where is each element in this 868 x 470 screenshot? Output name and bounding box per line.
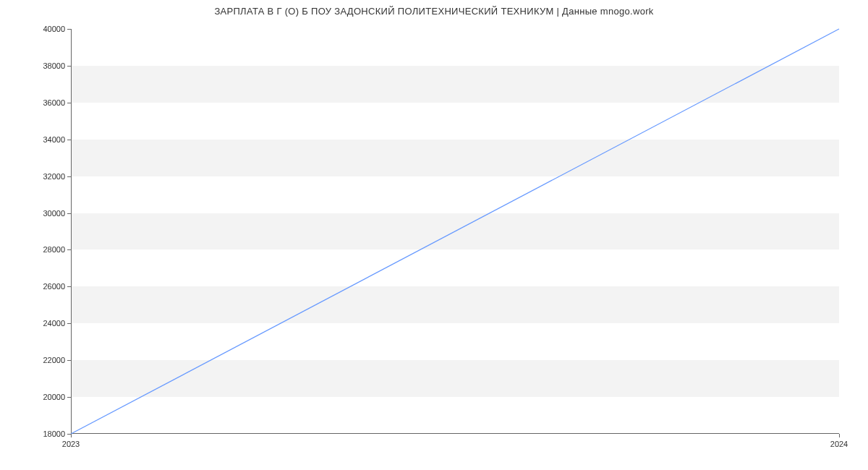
x-tick-mark <box>71 434 72 437</box>
plot-area: 1800020000220002400026000280003000032000… <box>71 29 839 434</box>
y-tick-mark <box>67 29 71 30</box>
y-tick-label: 20000 <box>43 393 65 401</box>
x-tick-label: 2024 <box>830 440 848 448</box>
y-tick-mark <box>67 103 71 103</box>
y-tick-mark <box>67 323 71 324</box>
y-tick-mark <box>67 176 71 177</box>
y-tick-label: 34000 <box>43 135 65 144</box>
y-tick-label: 30000 <box>43 209 65 218</box>
y-tick-mark <box>67 397 71 398</box>
y-tick-mark <box>67 66 71 67</box>
chart-title: ЗАРПЛАТА В Г (О) Б ПОУ ЗАДОНСКИЙ ПОЛИТЕХ… <box>0 0 868 17</box>
y-tick-label: 18000 <box>43 430 65 438</box>
y-tick-mark <box>67 360 71 361</box>
y-tick-mark <box>67 286 71 287</box>
y-tick-label: 26000 <box>43 282 65 291</box>
y-tick-label: 22000 <box>43 356 65 364</box>
y-tick-label: 24000 <box>43 319 65 328</box>
x-tick-mark <box>839 434 840 437</box>
y-tick-label: 40000 <box>43 25 65 33</box>
x-tick-label: 2023 <box>62 440 80 448</box>
y-tick-mark <box>67 213 71 214</box>
chart-line <box>71 29 839 434</box>
y-tick-mark <box>67 140 71 140</box>
y-tick-label: 38000 <box>43 61 65 70</box>
y-tick-label: 32000 <box>43 172 65 181</box>
y-tick-mark <box>67 249 71 250</box>
y-tick-label: 28000 <box>43 245 65 254</box>
y-tick-label: 36000 <box>43 98 65 107</box>
